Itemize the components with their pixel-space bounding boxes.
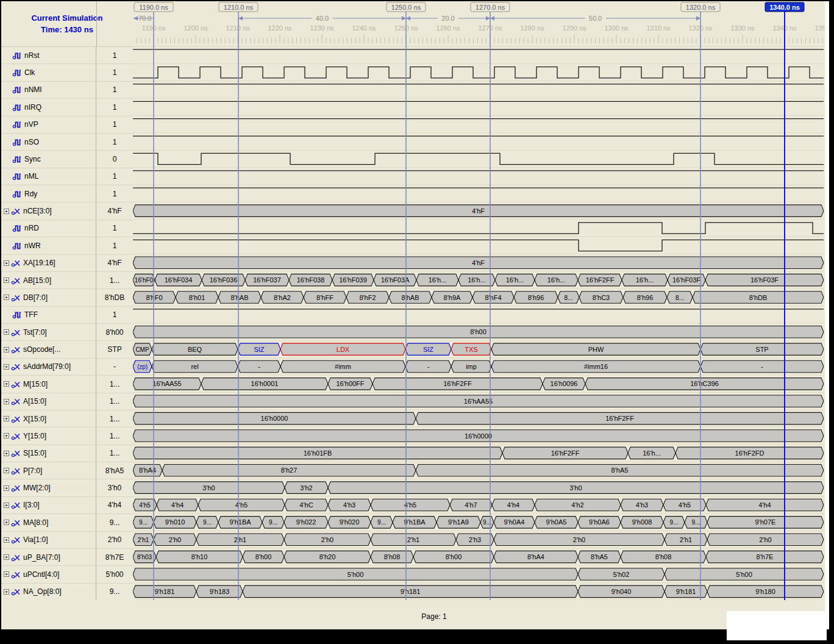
signal-name-cell[interactable]: +NA_Op[8:0]	[1, 584, 96, 600]
expand-plus-icon[interactable]: +	[4, 416, 9, 421]
signal-row-nml[interactable]: nML1	[1, 168, 133, 185]
signal-row-i30[interactable]: +I[3:0]4'h4	[1, 497, 133, 514]
bus-segment-value: 16'h...	[636, 276, 654, 284]
signal-row-rdy[interactable]: Rdy1	[1, 185, 133, 202]
bus-signal-icon	[11, 362, 21, 371]
expand-plus-icon[interactable]: +	[4, 503, 9, 508]
bus-segment-value: 16'hF034	[165, 276, 193, 284]
signal-name-cell[interactable]: +MA[8:0]	[1, 514, 96, 531]
signal-row-sync[interactable]: Sync0	[1, 151, 133, 168]
signal-value: 1	[96, 224, 133, 232]
expand-plus-icon[interactable]: +	[4, 589, 9, 595]
expand-plus-icon[interactable]: +	[4, 571, 9, 577]
expand-plus-icon[interactable]: +	[4, 381, 9, 387]
bus-segment-value: 3'h0	[202, 484, 215, 492]
bus-signal-icon	[11, 276, 21, 285]
signal-row-db70[interactable]: +DB[7:0]8'hDB	[1, 289, 133, 306]
signal-name-cell[interactable]: +A[15:0]	[1, 393, 96, 410]
signal-name-cell[interactable]: +Via[1:0]	[1, 532, 96, 548]
scalar-trace-nrd	[133, 223, 824, 234]
expand-plus-icon[interactable]: +	[4, 485, 9, 491]
signal-name-cell[interactable]: +Y[15:0]	[1, 428, 96, 444]
signal-value: 1...	[96, 415, 133, 423]
signal-row-ab150[interactable]: +AB[15:0]1...	[1, 272, 133, 289]
signal-row-nwr[interactable]: nWR1	[1, 237, 133, 254]
signal-name-cell[interactable]: +I[3:0]	[1, 497, 96, 513]
signal-row-x150[interactable]: +X[15:0]1...	[1, 410, 133, 428]
expand-plus-icon[interactable]: +	[4, 399, 9, 404]
signal-row-m150[interactable]: +M[15:0]1...	[1, 376, 133, 393]
signal-name-cell[interactable]: nVP	[1, 116, 96, 133]
signal-row-nrst[interactable]: nRst1	[1, 47, 133, 64]
signal-name-cell[interactable]: nML	[1, 168, 96, 185]
signal-row-xa1916[interactable]: +XA[19:16]4'hF	[1, 255, 133, 272]
signal-name-cell[interactable]: +uP_BA[7:0]	[1, 549, 96, 565]
signal-name-cell[interactable]: +AB[15:0]	[1, 272, 96, 288]
signal-name-cell[interactable]: +X[15:0]	[1, 410, 96, 427]
signal-name-cell[interactable]: +XA[19:16]	[1, 255, 96, 271]
signal-value: 1	[96, 85, 133, 94]
signal-row-na_op80[interactable]: +NA_Op[8:0]9...	[1, 584, 133, 601]
signal-row-tff[interactable]: TFF1	[1, 307, 133, 324]
expand-plus-icon[interactable]: +	[4, 260, 9, 266]
expand-plus-icon[interactable]: +	[4, 520, 9, 525]
signal-name-cell[interactable]: Clk	[1, 64, 96, 80]
signal-name-cell[interactable]: +nCE[3:0]	[1, 202, 96, 219]
signal-row-ma80[interactable]: +MA[8:0]9...	[1, 514, 133, 531]
signal-name-cell[interactable]: +sAddrMd[79:0]	[1, 359, 96, 375]
signal-row-nrd[interactable]: nRD1	[1, 220, 133, 237]
bus-segment-value: imp	[466, 363, 477, 370]
signal-row-clk[interactable]: Clk1	[1, 64, 133, 81]
signal-name-cell[interactable]: TFF	[1, 307, 96, 323]
bus-segment-value: 16'h0001	[251, 380, 279, 387]
waveform-canvas[interactable]: 1190 ns1200 ns1210 ns1220 ns1230 ns1240 …	[133, 1, 829, 600]
signal-name-cell[interactable]: +Tst[7:0]	[1, 324, 96, 340]
signal-row-tst70[interactable]: +Tst[7:0]8'h00	[1, 324, 133, 341]
signal-name-cell[interactable]: +MW[2:0]	[1, 479, 96, 496]
scalar-signal-icon	[12, 172, 23, 181]
expand-plus-icon[interactable]: +	[4, 451, 9, 456]
signal-name-cell[interactable]: nSO	[1, 134, 96, 150]
signal-row-a150[interactable]: +A[15:0]1...	[1, 393, 133, 410]
signal-row-mw20[interactable]: +MW[2:0]3'h0	[1, 479, 133, 496]
expand-plus-icon[interactable]: +	[4, 554, 9, 560]
signal-row-upcntl40[interactable]: +uPCntl[4:0]5'h00	[1, 566, 133, 583]
signal-row-saddrmd790[interactable]: +sAddrMd[79:0]-	[1, 359, 133, 376]
expand-plus-icon[interactable]: +	[4, 537, 9, 543]
expand-plus-icon[interactable]: +	[4, 295, 9, 300]
expand-plus-icon[interactable]: +	[4, 347, 9, 352]
signal-row-p70[interactable]: +P[7:0]8'hA5	[1, 462, 133, 479]
expand-plus-icon[interactable]: +	[4, 277, 9, 283]
signal-name-cell[interactable]: Sync	[1, 151, 96, 167]
signal-name-cell[interactable]: +sOpcode[...	[1, 341, 96, 357]
signal-name-cell[interactable]: nRst	[1, 47, 96, 63]
signal-name-cell[interactable]: Rdy	[1, 185, 96, 202]
signal-row-y150[interactable]: +Y[15:0]1...	[1, 428, 133, 445]
signal-name-cell[interactable]: nNMI	[1, 82, 96, 98]
waveform-pane[interactable]: 1190 ns1200 ns1210 ns1220 ns1230 ns1240 …	[133, 1, 829, 600]
signal-row-nso[interactable]: nSO1	[1, 134, 133, 151]
signal-row-up_ba70[interactable]: +uP_BA[7:0]8'h7E	[1, 549, 133, 566]
signal-row-nnmi[interactable]: nNMI1	[1, 82, 133, 99]
expand-plus-icon[interactable]: +	[4, 329, 9, 335]
signal-row-sopcode[interactable]: +sOpcode[...STP	[1, 341, 133, 358]
bus-segment-value: 16'h...	[506, 276, 524, 284]
signal-name-cell[interactable]: +DB[7:0]	[1, 289, 96, 306]
signal-row-via10[interactable]: +Via[1:0]2'h0	[1, 532, 133, 549]
expand-plus-icon[interactable]: +	[4, 433, 9, 438]
signal-row-nce30[interactable]: +nCE[3:0]4'hF	[1, 202, 133, 220]
signal-row-nirq[interactable]: nIRQ1	[1, 99, 133, 116]
signal-name-cell[interactable]: +S[15:0]	[1, 445, 96, 462]
signal-name-cell[interactable]: nWR	[1, 237, 96, 254]
signal-row-nvp[interactable]: nVP1	[1, 116, 133, 134]
signal-name-cell[interactable]: +uPCntl[4:0]	[1, 566, 96, 582]
signal-name-cell[interactable]: nRD	[1, 220, 96, 237]
expand-plus-icon[interactable]: +	[4, 209, 9, 214]
expand-plus-icon[interactable]: +	[4, 364, 9, 370]
signal-name-cell[interactable]: +M[15:0]	[1, 376, 96, 392]
signal-name-cell[interactable]: nIRQ	[1, 99, 96, 115]
waveform-icon	[12, 242, 23, 250]
signal-row-s150[interactable]: +S[15:0]1...	[1, 445, 133, 462]
signal-name-cell[interactable]: +P[7:0]	[1, 462, 96, 479]
expand-plus-icon[interactable]: +	[4, 468, 9, 473]
